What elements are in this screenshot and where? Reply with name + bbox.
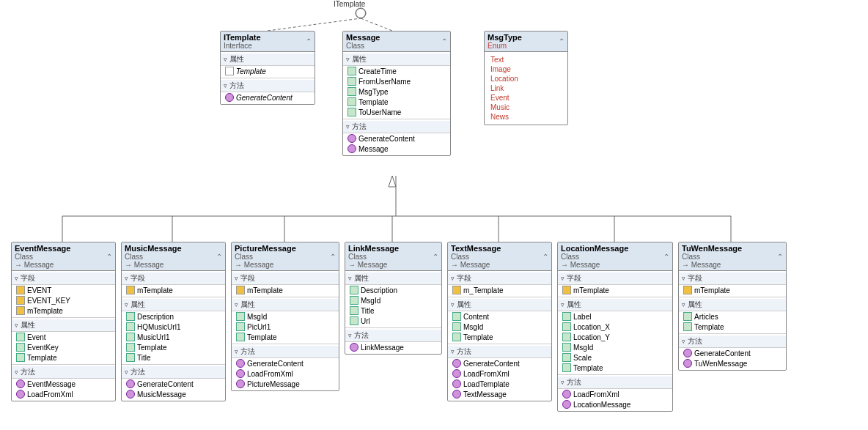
prop-icon <box>683 312 692 321</box>
twm-method-tuwenmessage-label: TuWenMessage <box>694 360 747 368</box>
box-tuwenmessage-props-section: ▿ 属性 Articles Template <box>679 297 786 334</box>
prop-icon <box>350 306 358 315</box>
mm-prop-title: Title <box>122 352 225 363</box>
box-linkmessage-props-header: ▿ 属性 <box>345 273 441 285</box>
prop-icon <box>452 333 461 341</box>
prop-icon <box>347 108 356 116</box>
box-itemplate: ITemplate Interface ⌃ ▿ 属性 Template ▿ 方法… <box>220 31 315 105</box>
em-prop-template: Template <box>12 352 115 363</box>
msg-method-message: Message <box>343 144 450 154</box>
box-picturemessage-parent: → Message <box>235 261 296 269</box>
box-message-header: Message Class ⌃ <box>343 31 450 52</box>
box-linkmessage-collapse[interactable]: ⌃ <box>433 253 438 261</box>
msg-method-message-label: Message <box>358 145 389 153</box>
box-tuwenmessage-fields-header: ▿ 字段 <box>679 273 786 285</box>
locm-prop-scale-label: Scale <box>573 354 592 362</box>
box-linkmessage-parent: → Message <box>348 261 399 269</box>
em-method-eventmessage: EventMessage <box>12 379 115 389</box>
box-tuwenmessage-type: Class <box>682 253 742 261</box>
box-textmessage-props-header: ▿ 属性 <box>448 299 551 311</box>
tm-prop-content-label: Content <box>463 313 489 321</box>
lm-prop-title: Title <box>345 305 441 316</box>
mm-method-generatecontent: GenerateContent <box>122 379 225 389</box>
prop-icon <box>126 312 135 321</box>
twm-method-generatecontent-label: GenerateContent <box>694 349 751 357</box>
svg-marker-12 <box>389 176 396 187</box>
enum-news: News <box>486 112 566 122</box>
tm-method-loadfromxml-label: LoadFromXml <box>463 370 510 378</box>
box-musicmessage-fields-header: ▿ 字段 <box>122 273 225 285</box>
em-field-mtemplate-label: mTemplate <box>27 307 63 315</box>
tm-field-mtemplate: m_Template <box>448 285 551 295</box>
box-musicmessage-collapse[interactable]: ⌃ <box>216 253 222 261</box>
locm-prop-locationy-label: Location_Y <box>573 333 610 341</box>
locm-prop-locationx-label: Location_X <box>573 323 610 331</box>
pm-method-loadfromxml: LoadFromXml <box>232 368 339 379</box>
box-itemplate-collapse[interactable]: ⌃ <box>306 37 312 45</box>
prop-template: Template <box>221 66 315 76</box>
method-icon <box>562 390 571 399</box>
box-message-type: Class <box>346 42 380 50</box>
em-prop-eventkey: EventKey <box>12 342 115 352</box>
itemplate-circle <box>356 8 366 18</box>
method-icon <box>350 343 358 352</box>
box-eventmessage: EventMessage Class → Message ⌃ ▿ 字段 EVEN… <box>11 242 116 401</box>
twm-method-tuwenmessage: TuWenMessage <box>679 358 786 368</box>
em-prop-event: Event <box>12 332 115 342</box>
method-icon <box>347 134 356 143</box>
prop-icon <box>236 322 245 331</box>
box-picturemessage-collapse[interactable]: ⌃ <box>330 253 336 261</box>
box-tuwenmessage-methods-header: ▿ 方法 <box>679 336 786 348</box>
mm-method-musicmessage-label: MusicMessage <box>137 390 186 399</box>
box-picturemessage-props-section: ▿ 属性 MsgId PicUrl1 Template <box>232 297 339 344</box>
tm-method-loadtemplate: LoadTemplate <box>448 379 551 389</box>
box-textmessage-fields-section: ▿ 字段 m_Template <box>448 271 551 297</box>
locm-field-mtemplate: mTemplate <box>558 285 672 295</box>
method-icon <box>683 349 692 357</box>
pm-prop-template: Template <box>232 332 339 342</box>
box-textmessage-header: TextMessage Class → Message ⌃ <box>448 242 551 271</box>
msg-prop-template-label: Template <box>358 98 389 106</box>
box-musicmessage-type: Class <box>125 253 182 261</box>
box-eventmessage-fields-section: ▿ 字段 EVENT EVENT_KEY mTemplate <box>12 271 115 318</box>
box-msgtype-collapse[interactable]: ⌃ <box>559 37 564 45</box>
box-itemplate-methods-header: ▿ 方法 <box>221 80 315 92</box>
pm-prop-template-label: Template <box>247 333 277 341</box>
box-textmessage-collapse[interactable]: ⌃ <box>542 253 548 261</box>
box-eventmessage-props-header: ▿ 属性 <box>12 319 115 332</box>
box-picturemessage-fields-section: ▿ 字段 mTemplate <box>232 271 339 297</box>
box-musicmessage-methods-header: ▿ 方法 <box>122 366 225 379</box>
em-prop-template-label: Template <box>27 354 57 362</box>
diagram: ITemplate ITemplate Interface ⌃ ▿ 属性 Tem… <box>0 0 868 430</box>
box-message-methods-header: ▿ 方法 <box>343 121 450 133</box>
enum-location: Location <box>486 74 566 84</box>
box-linkmessage-props-section: ▿ 属性 Description MsgId Title Url <box>345 271 441 328</box>
msg-prop-tousername: ToUserName <box>343 107 450 117</box>
mm-prop-template-label: Template <box>137 344 167 352</box>
lm-prop-msgid: MsgId <box>345 295 441 305</box>
box-tuwenmessage: TuWenMessage Class → Message ⌃ ▿ 字段 mTem… <box>678 242 787 371</box>
field-icon <box>126 286 135 294</box>
twm-field-mtemplate-label: mTemplate <box>694 286 730 294</box>
box-message-collapse[interactable]: ⌃ <box>441 37 447 45</box>
locm-prop-template-label: Template <box>573 364 603 372</box>
tm-method-loadtemplate-label: LoadTemplate <box>463 380 510 388</box>
box-eventmessage-collapse[interactable]: ⌃ <box>106 253 112 261</box>
box-textmessage-props-section: ▿ 属性 Content MsgId Template <box>448 297 551 344</box>
box-locationmessage-collapse[interactable]: ⌃ <box>663 253 669 261</box>
prop-template-label: Template <box>236 67 266 75</box>
prop-icon <box>126 343 135 352</box>
locm-prop-msgid-label: MsgId <box>573 344 593 352</box>
box-musicmessage-parent: → Message <box>125 261 182 269</box>
mm-prop-musicurl: MusicUrl1 <box>122 332 225 342</box>
prop-icon <box>452 322 461 331</box>
pm-prop-msgid: MsgId <box>232 311 339 322</box>
box-tuwenmessage-collapse[interactable]: ⌃ <box>777 253 783 261</box>
locm-prop-locationx: Location_X <box>558 322 672 332</box>
pm-method-generatecontent: GenerateContent <box>232 358 339 368</box>
em-prop-event-label: Event <box>27 333 46 341</box>
box-locationmessage-props-header: ▿ 属性 <box>558 299 672 311</box>
box-linkmessage-header: LinkMessage Class → Message ⌃ <box>345 242 441 271</box>
pm-field-mtemplate-label: mTemplate <box>247 286 283 294</box>
box-linkmessage-methods-section: ▿ 方法 LinkMessage <box>345 328 441 354</box>
